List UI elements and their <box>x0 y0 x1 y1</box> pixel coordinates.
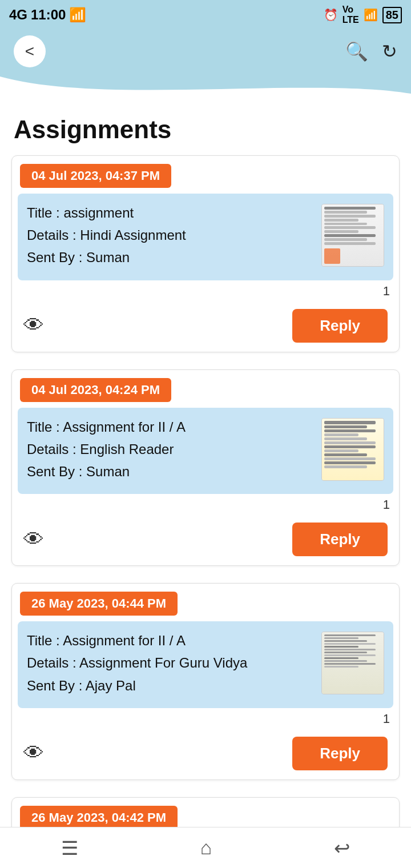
refresh-icon: ↻ <box>382 41 397 62</box>
assignment-title: Title : Assignment for II / A <box>27 632 315 649</box>
back-icon: < <box>25 42 34 61</box>
date-badge: 04 Jul 2023, 04:37 PM <box>20 164 171 188</box>
menu-button[interactable]: ☰ <box>61 837 78 859</box>
back-nav-icon: ↩ <box>334 837 350 859</box>
card-body: Title : Assignment for II / A Details : … <box>18 408 393 495</box>
time-display: 11:00 <box>31 7 66 23</box>
header-icons: 🔍 ↻ <box>345 41 397 62</box>
wifi-icon: 📶 <box>364 8 378 22</box>
home-button[interactable]: ⌂ <box>200 837 212 859</box>
content-area: 04 Jul 2023, 04:37 PM Title : assignment… <box>0 150 411 868</box>
assignment-details: Details : Assignment For Guru Vidya <box>27 654 315 672</box>
assignment-thumbnail[interactable] <box>321 204 384 267</box>
date-badge: 04 Jul 2023, 04:24 PM <box>20 378 171 402</box>
page-title: Assignments <box>14 115 397 144</box>
volte-icon: VoLTE <box>342 5 359 25</box>
assignment-details: Details : Hindi Assignment <box>27 226 315 244</box>
assignment-card: 26 May 2023, 04:44 PM Title : Assignment… <box>11 583 400 780</box>
card-footer: 👁 Reply <box>12 301 399 352</box>
view-icon: 👁 <box>23 314 44 337</box>
bottom-nav: ☰ ⌂ ↩ <box>0 827 411 868</box>
card-footer: 👁 Reply <box>12 729 399 779</box>
header-area: < 🔍 ↻ <box>0 30 411 105</box>
back-button[interactable]: < <box>14 35 46 67</box>
assignment-sender: Sent By : Suman <box>27 248 315 266</box>
assignment-title: Title : Assignment for II / A <box>27 418 315 436</box>
attachment-count: 1 <box>12 708 399 729</box>
attachment-count: 1 <box>12 494 399 515</box>
card-footer: 👁 Reply <box>12 515 399 565</box>
sim-icon: 📶 <box>69 7 86 23</box>
status-bar: 4G 11:00 📶 ⏰ VoLTE 📶 85 <box>0 0 411 30</box>
battery-icon: 85 <box>382 7 402 23</box>
back-nav-button[interactable]: ↩ <box>334 837 350 859</box>
card-text: Title : assignment Details : Hindi Assig… <box>27 204 315 271</box>
date-badge: 26 May 2023, 04:44 PM <box>20 592 178 616</box>
assignment-card: 04 Jul 2023, 04:37 PM Title : assignment… <box>11 155 400 352</box>
assignment-sender: Sent By : Ajay Pal <box>27 677 315 694</box>
page-title-area: Assignments <box>0 105 411 150</box>
signal-icon: 4G <box>9 7 27 23</box>
wave-decoration <box>0 77 411 105</box>
assignment-details: Details : English Reader <box>27 440 315 458</box>
card-text: Title : Assignment for II / A Details : … <box>27 632 315 699</box>
reply-button[interactable]: Reply <box>292 523 388 556</box>
search-icon: 🔍 <box>345 41 368 62</box>
status-left: 4G 11:00 📶 <box>9 7 86 23</box>
refresh-button[interactable]: ↻ <box>382 41 397 62</box>
attachment-count: 1 <box>12 280 399 301</box>
header-toolbar: < 🔍 ↻ <box>0 30 411 77</box>
home-icon: ⌂ <box>200 837 212 859</box>
alarm-icon: ⏰ <box>324 8 338 22</box>
menu-icon: ☰ <box>61 837 78 859</box>
assignment-title: Title : assignment <box>27 204 315 222</box>
assignment-sender: Sent By : Suman <box>27 463 315 480</box>
assignment-thumbnail[interactable] <box>321 632 384 694</box>
search-button[interactable]: 🔍 <box>345 41 368 62</box>
date-badge: 26 May 2023, 04:42 PM <box>20 806 178 830</box>
card-body: Title : Assignment for II / A Details : … <box>18 621 393 708</box>
view-icon: 👁 <box>23 528 44 552</box>
status-right: ⏰ VoLTE 📶 85 <box>324 5 402 25</box>
card-body: Title : assignment Details : Hindi Assig… <box>18 194 393 280</box>
reply-button[interactable]: Reply <box>292 737 388 770</box>
assignment-card: 04 Jul 2023, 04:24 PM Title : Assignment… <box>11 369 400 566</box>
assignment-thumbnail[interactable] <box>321 418 384 481</box>
card-text: Title : Assignment for II / A Details : … <box>27 418 315 485</box>
view-icon: 👁 <box>23 741 44 765</box>
reply-button[interactable]: Reply <box>292 309 388 343</box>
